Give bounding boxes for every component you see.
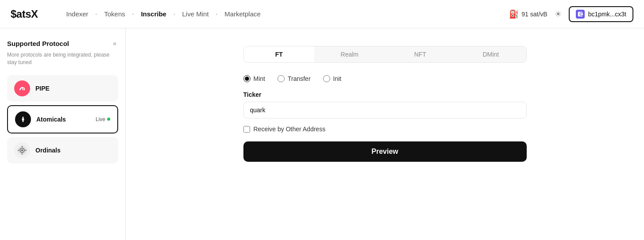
tab-ft[interactable]: FT <box>244 46 315 62</box>
sidebar-header: Supported Protocol « <box>7 39 118 48</box>
svg-point-7 <box>21 149 23 151</box>
protocol-item-pipe[interactable]: PIPE <box>7 75 118 102</box>
ticker-label: Ticker <box>243 91 527 98</box>
layout: Supported Protocol « More protocols are … <box>0 28 644 240</box>
nav-indexer[interactable]: Indexer <box>59 10 96 18</box>
nav-marketplace[interactable]: Marketplace <box>217 10 268 18</box>
nav-tokens[interactable]: Tokens <box>97 10 132 18</box>
live-badge: Live <box>96 116 110 122</box>
ordinals-svg <box>17 145 27 155</box>
receive-other-address-label[interactable]: Receive by Other Address <box>254 126 326 133</box>
nav-livemint[interactable]: Live Mint <box>175 10 216 18</box>
ordinals-protocol-name: Ordinals <box>35 147 61 154</box>
svg-point-4 <box>22 118 24 120</box>
radio-transfer[interactable] <box>278 75 285 82</box>
pipe-svg <box>17 84 27 93</box>
radio-init[interactable] <box>323 75 330 82</box>
sidebar-title: Supported Protocol <box>7 40 69 47</box>
theme-toggle-button[interactable]: ☀ <box>553 8 563 21</box>
main-nav: Indexer ● Tokens ● Inscribe ● Live Mint … <box>59 10 268 18</box>
wallet-button[interactable]: bc1pmk...cx3t <box>569 6 633 22</box>
tab-dmint[interactable]: DMint <box>455 46 526 62</box>
main-content: FT Realm NFT DMint Mint Transfer Init <box>126 28 644 240</box>
radio-mint-text: Mint <box>254 75 265 82</box>
atomicals-protocol-icon <box>15 111 31 127</box>
wallet-icon <box>576 10 585 19</box>
ticker-input[interactable] <box>243 102 527 118</box>
radio-init-label[interactable]: Init <box>323 75 342 82</box>
protocol-item-ordinals[interactable]: Ordinals <box>7 137 118 164</box>
ordinals-protocol-icon <box>14 142 30 158</box>
wallet-address: bc1pmk...cx3t <box>588 11 626 18</box>
checkbox-row: Receive by Other Address <box>243 126 527 133</box>
radio-transfer-label[interactable]: Transfer <box>278 75 311 82</box>
svg-point-2 <box>23 88 24 89</box>
atomicals-protocol-name: Atomicals <box>36 116 66 123</box>
nav-inscribe[interactable]: Inscribe <box>134 10 174 18</box>
radio-mint-label[interactable]: Mint <box>243 75 265 82</box>
fee-info: ⛽ 91 sat/vB <box>509 9 547 19</box>
tab-realm[interactable]: Realm <box>314 46 385 62</box>
header-right: ⛽ 91 sat/vB ☀ bc1pmk...cx3t <box>509 6 633 22</box>
collapse-button[interactable]: « <box>111 39 118 48</box>
receive-other-address-checkbox[interactable] <box>243 126 250 133</box>
pipe-protocol-name: PIPE <box>35 85 50 92</box>
fuel-icon: ⛽ <box>509 9 519 19</box>
radio-init-text: Init <box>333 75 342 82</box>
atomicals-svg <box>18 114 28 124</box>
sidebar: Supported Protocol « More protocols are … <box>0 28 126 240</box>
ticker-field-group: Ticker <box>243 91 527 118</box>
tab-bar: FT Realm NFT DMint <box>243 46 527 63</box>
svg-point-0 <box>18 84 27 93</box>
preview-button[interactable]: Preview <box>243 141 527 162</box>
sidebar-subtitle: More protocols are being integrated, ple… <box>7 51 118 66</box>
header: $atsX Indexer ● Tokens ● Inscribe ● Live… <box>0 0 644 28</box>
live-dot <box>107 118 110 121</box>
pipe-protocol-icon <box>14 80 30 96</box>
radio-transfer-text: Transfer <box>288 75 311 82</box>
tab-nft[interactable]: NFT <box>385 46 456 62</box>
protocol-item-atomicals[interactable]: Atomicals Live <box>7 105 118 133</box>
fee-value: 91 sat/vB <box>521 11 547 18</box>
logo[interactable]: $atsX <box>11 8 38 20</box>
radio-group: Mint Transfer Init <box>243 75 527 82</box>
wallet-svg <box>577 11 583 17</box>
live-label: Live <box>96 116 105 122</box>
radio-mint[interactable] <box>243 75 251 82</box>
form-container: FT Realm NFT DMint Mint Transfer Init <box>243 46 527 222</box>
